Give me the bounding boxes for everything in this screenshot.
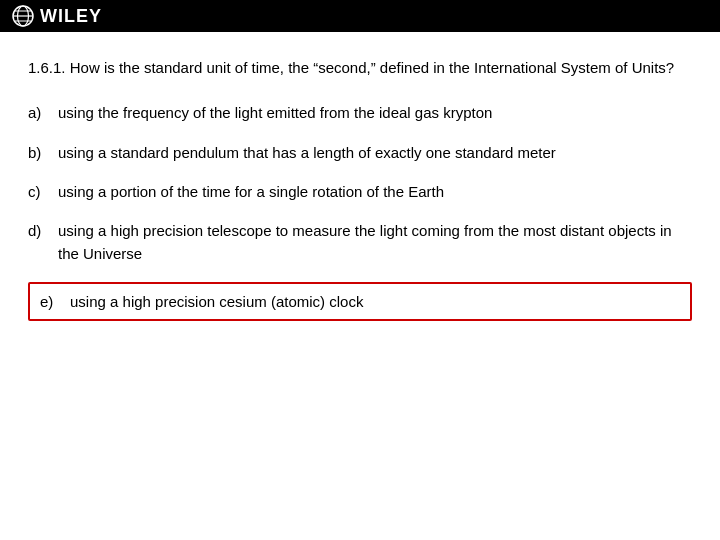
wiley-logo: WILEY <box>12 5 102 27</box>
option-d-label: d) <box>28 219 58 242</box>
option-c[interactable]: c) using a portion of the time for a sin… <box>28 180 692 203</box>
option-e-text: using a high precision cesium (atomic) c… <box>70 290 680 313</box>
question-body: How is the standard unit of time, the “s… <box>70 59 675 76</box>
option-a-label: a) <box>28 101 58 124</box>
option-b-label: b) <box>28 141 58 164</box>
question-number: 1.6.1. <box>28 59 66 76</box>
option-a-text: using the frequency of the light emitted… <box>58 101 692 124</box>
option-d[interactable]: d) using a high precision telescope to m… <box>28 219 692 266</box>
option-d-text: using a high precision telescope to meas… <box>58 219 692 266</box>
question-text: 1.6.1. How is the standard unit of time,… <box>28 59 674 76</box>
option-b-text: using a standard pendulum that has a len… <box>58 141 692 164</box>
question-block: 1.6.1. How is the standard unit of time,… <box>28 56 692 79</box>
option-c-label: c) <box>28 180 58 203</box>
option-a[interactable]: a) using the frequency of the light emit… <box>28 101 692 124</box>
option-e-label: e) <box>40 290 70 313</box>
header: WILEY <box>0 0 720 32</box>
content-area: 1.6.1. How is the standard unit of time,… <box>0 32 720 341</box>
wiley-wordmark: WILEY <box>40 6 102 27</box>
option-c-text: using a portion of the time for a single… <box>58 180 692 203</box>
wiley-globe-icon <box>12 5 34 27</box>
option-e[interactable]: e) using a high precision cesium (atomic… <box>28 282 692 321</box>
option-b[interactable]: b) using a standard pendulum that has a … <box>28 141 692 164</box>
